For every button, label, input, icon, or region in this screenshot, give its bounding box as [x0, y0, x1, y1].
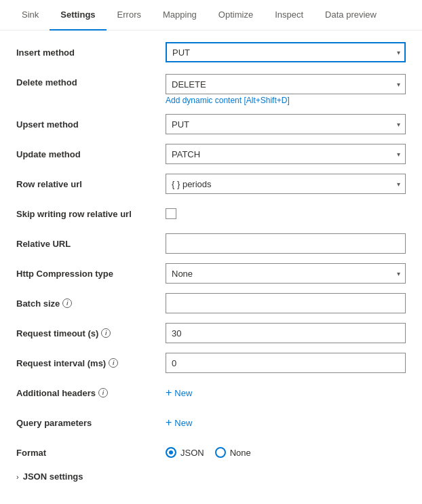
- settings-content: Insert method PUT POST PATCH DELETE ▾ De…: [0, 31, 422, 492]
- http-compression-label: Http Compression type: [16, 269, 166, 279]
- format-label: Format: [16, 448, 166, 458]
- tab-settings[interactable]: Settings: [50, 0, 106, 31]
- row-relative-url-label: Row relative url: [16, 179, 166, 189]
- format-json-label: JSON: [180, 448, 204, 458]
- row-relative-url-control: { } periods None ▾: [166, 174, 406, 194]
- tab-mapping[interactable]: Mapping: [152, 0, 208, 31]
- tab-sink[interactable]: Sink: [11, 0, 50, 31]
- relative-url-row: Relative URL: [16, 233, 406, 254]
- update-method-label: Update method: [16, 149, 166, 159]
- request-interval-input[interactable]: [166, 353, 406, 373]
- query-parameters-plus-icon: +: [166, 417, 172, 428]
- skip-writing-control: [166, 208, 406, 220]
- request-timeout-control: [166, 323, 406, 343]
- upsert-method-select[interactable]: PUT POST PATCH DELETE: [166, 114, 406, 134]
- delete-method-select[interactable]: DELETE PUT POST PATCH: [166, 74, 406, 94]
- update-method-select-wrapper: PATCH PUT POST DELETE ▾: [166, 144, 406, 164]
- batch-size-info-icon[interactable]: i: [62, 298, 72, 308]
- format-radio-group: JSON None: [166, 447, 406, 458]
- additional-headers-label: Additional headers i: [16, 388, 166, 398]
- insert-method-select-wrapper: PUT POST PATCH DELETE ▾: [166, 42, 406, 62]
- delete-method-row: Delete method DELETE PUT POST PATCH ▾ Ad…: [16, 71, 406, 105]
- delete-method-label: Delete method: [16, 74, 166, 88]
- additional-headers-plus-icon: +: [166, 387, 172, 398]
- relative-url-control: [166, 233, 406, 254]
- additional-headers-row: Additional headers i + New: [16, 382, 406, 404]
- batch-size-label: Batch size i: [16, 298, 166, 309]
- batch-size-row: Batch size i: [16, 292, 406, 314]
- http-compression-row: Http Compression type None GZip Deflate …: [16, 263, 406, 284]
- row-relative-url-row: Row relative url { } periods None ▾: [16, 173, 406, 195]
- query-parameters-label: Query parameters: [16, 418, 166, 428]
- json-settings-row[interactable]: › JSON settings: [16, 471, 406, 482]
- tab-inspect[interactable]: Inspect: [264, 0, 314, 31]
- request-timeout-label: Request timeout (s) i: [16, 328, 166, 338]
- request-timeout-input[interactable]: [166, 323, 406, 343]
- delete-method-control: DELETE PUT POST PATCH ▾ Add dynamic cont…: [166, 74, 406, 105]
- request-timeout-row: Request timeout (s) i: [16, 322, 406, 344]
- update-method-control: PATCH PUT POST DELETE ▾: [166, 144, 406, 164]
- format-row: Format JSON None: [16, 442, 406, 463]
- batch-size-input[interactable]: [166, 293, 406, 313]
- update-method-row: Update method PATCH PUT POST DELETE ▾: [16, 143, 406, 165]
- format-json-option[interactable]: JSON: [166, 447, 204, 458]
- query-parameters-row: Query parameters + New: [16, 412, 406, 433]
- skip-writing-checkbox[interactable]: [166, 208, 176, 219]
- additional-headers-control: + New: [166, 385, 406, 401]
- dynamic-content-link[interactable]: Add dynamic content [Alt+Shift+D]: [166, 96, 406, 105]
- upsert-method-label: Upsert method: [16, 119, 166, 130]
- tab-data-preview[interactable]: Data preview: [314, 0, 387, 31]
- format-none-radio[interactable]: [215, 447, 226, 458]
- request-interval-row: Request interval (ms) i: [16, 352, 406, 374]
- format-json-radio[interactable]: [166, 447, 176, 458]
- request-interval-info-icon[interactable]: i: [109, 358, 118, 368]
- additional-headers-new-button[interactable]: + New: [166, 385, 192, 401]
- format-none-label: None: [230, 448, 251, 458]
- insert-method-select[interactable]: PUT POST PATCH DELETE: [166, 42, 406, 62]
- format-none-option[interactable]: None: [215, 447, 251, 458]
- request-interval-control: [166, 353, 406, 373]
- format-control: JSON None: [166, 447, 406, 458]
- additional-headers-info-icon[interactable]: i: [98, 388, 108, 398]
- http-compression-select[interactable]: None GZip Deflate: [166, 263, 406, 284]
- tab-optimize[interactable]: Optimize: [208, 0, 264, 31]
- skip-writing-label: Skip writing row relative url: [16, 209, 166, 219]
- relative-url-input[interactable]: [166, 233, 406, 254]
- query-parameters-control: + New: [166, 414, 406, 431]
- request-interval-label: Request interval (ms) i: [16, 358, 166, 368]
- upsert-method-select-wrapper: PUT POST PATCH DELETE ▾: [166, 114, 406, 134]
- row-relative-url-select[interactable]: { } periods None: [166, 174, 406, 194]
- update-method-select[interactable]: PATCH PUT POST DELETE: [166, 144, 406, 164]
- insert-method-control: PUT POST PATCH DELETE ▾: [166, 42, 406, 62]
- upsert-method-control: PUT POST PATCH DELETE ▾: [166, 114, 406, 134]
- insert-method-label: Insert method: [16, 47, 166, 58]
- json-settings-label: JSON settings: [23, 471, 83, 482]
- row-relative-url-select-wrapper: { } periods None ▾: [166, 174, 406, 194]
- insert-method-row: Insert method PUT POST PATCH DELETE ▾: [16, 41, 406, 63]
- request-timeout-info-icon[interactable]: i: [101, 328, 111, 338]
- delete-method-select-wrapper: DELETE PUT POST PATCH ▾: [166, 74, 406, 94]
- skip-writing-row: Skip writing row relative url: [16, 203, 406, 225]
- batch-size-control: [166, 293, 406, 313]
- http-compression-select-wrapper: None GZip Deflate ▾: [166, 263, 406, 284]
- json-settings-chevron-icon: ›: [16, 473, 19, 481]
- tab-errors[interactable]: Errors: [107, 0, 152, 31]
- http-compression-control: None GZip Deflate ▾: [166, 263, 406, 284]
- tab-bar: Sink Settings Errors Mapping Optimize In…: [0, 0, 422, 31]
- query-parameters-new-button[interactable]: + New: [166, 414, 192, 431]
- relative-url-label: Relative URL: [16, 239, 166, 249]
- upsert-method-row: Upsert method PUT POST PATCH DELETE ▾: [16, 113, 406, 135]
